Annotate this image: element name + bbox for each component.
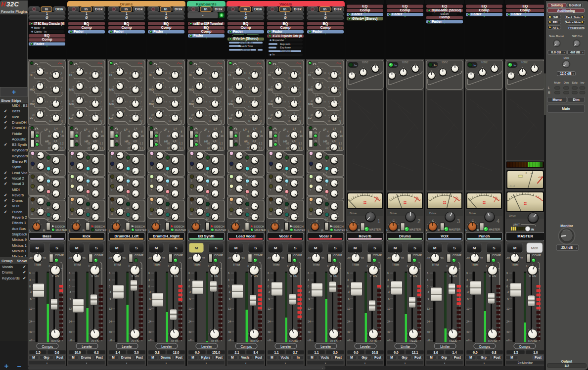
svg-text:-: - [202,13,204,17]
svg-text:C: C [197,220,199,223]
svg-text:4: 4 [127,171,129,174]
svg-text:MASTER: MASTER [175,229,186,231]
svg-text:Drive: Drive [390,212,397,215]
svg-text:IN: IN [315,131,317,134]
svg-text:COMP: COMP [214,254,223,257]
svg-text:M: M [75,246,79,250]
svg-text:R: R [477,229,480,231]
svg-text:MASTER: MASTER [136,229,147,231]
svg-text:0: 0 [49,265,50,268]
svg-text:12: 12 [100,105,103,108]
svg-text:.05: .05 [326,142,329,145]
svg-text:Comp: Comp [520,8,531,12]
svg-text:2.8: 2.8 [315,80,318,83]
svg-text:LP: LP [164,128,167,131]
svg-text:6: 6 [87,184,89,186]
svg-text:0: 0 [69,285,70,288]
svg-text:13: 13 [205,72,207,74]
svg-text:Aux Bus: Aux Bus [12,227,26,231]
svg-text:5: 5 [270,179,271,182]
svg-text:HI: HI [69,74,72,77]
svg-text:Vocal 3: Vocal 3 [12,182,24,186]
svg-text:1: 1 [151,156,152,159]
svg-text:-3: -3 [466,290,469,293]
svg-text:C: C [472,219,474,222]
svg-text:40: 40 [228,330,231,333]
svg-text:2.5: 2.5 [54,139,57,142]
svg-text:-6: -6 [308,297,310,300]
svg-text:LO: LO [69,116,73,119]
svg-text:off: off [228,339,231,342]
svg-text:ATTK: ATTK [132,339,139,342]
svg-text:Keyboard: Keyboard [12,154,28,158]
svg-text:1.8: 1.8 [156,65,159,68]
svg-text:Disk: Disk [254,7,263,11]
svg-text:-20: -20 [227,257,231,260]
svg-text:0: 0 [188,285,190,288]
svg-text:-5.6: -5.6 [53,351,59,354]
svg-text:.05: .05 [207,142,210,145]
svg-text:M: M [115,246,119,250]
svg-text:0: 0 [347,285,349,288]
svg-text:.02: .02 [167,147,170,150]
svg-text:Fader: Fader [153,29,164,34]
svg-text:off: off [148,339,151,342]
svg-text:-3: -3 [387,290,390,293]
svg-text:32C: 32C [6,0,19,8]
svg-text:7: 7 [230,188,232,191]
svg-text:24: 24 [347,320,350,323]
svg-text:6: 6 [127,184,129,186]
svg-text:GAIN: GAIN [410,275,417,278]
svg-text:3: 3 [71,166,73,169]
svg-text:13: 13 [284,72,286,74]
svg-text:3.1: 3.1 [323,100,327,103]
svg-text:IN: IN [274,139,277,142]
svg-text:20: 20 [202,257,205,260]
svg-text:M: M [433,246,437,250]
svg-text:Disk: Disk [215,7,223,11]
svg-text:-0.0: -0.0 [393,351,399,354]
svg-text:Vocls: Vocls [241,356,250,359]
svg-text:.02: .02 [207,147,210,150]
svg-text:12: 12 [100,92,103,94]
svg-text:.28: .28 [76,108,80,111]
svg-text:9: 9 [32,202,33,205]
svg-text:R: R [83,229,85,232]
svg-text:12: 12 [339,77,342,79]
svg-text:12: 12 [285,217,288,220]
svg-text:Disk: Disk [175,7,183,11]
svg-text:3.1: 3.1 [259,147,263,150]
svg-text:12: 12 [328,77,330,79]
svg-text:SiP: SiP [553,15,558,19]
svg-text:10: 10 [166,206,169,209]
svg-text:-12.1: -12.1 [411,351,418,354]
svg-text:12: 12 [46,217,49,220]
svg-text:M: M [191,356,194,359]
svg-text:3: 3 [230,166,232,169]
svg-text:SIDECH: SIDECH [174,225,184,228]
svg-text:1.8: 1.8 [196,65,199,68]
svg-text:5: 5 [310,179,312,182]
svg-text:Reverb Time: Reverb Time [238,45,253,47]
svg-text:1.4: 1.4 [76,94,80,96]
svg-text:1.4: 1.4 [293,127,296,130]
svg-text:1.4: 1.4 [315,94,318,96]
svg-text:M: M [234,246,238,250]
svg-text:-5.8: -5.8 [154,351,160,354]
svg-text:20: 20 [340,135,343,138]
svg-text:12: 12 [339,92,342,94]
svg-text:1.4: 1.4 [156,94,159,96]
svg-text:-3.7: -3.7 [292,351,298,354]
svg-text:Drive: Drive [509,214,516,217]
svg-text:RELS: RELS [449,339,457,342]
svg-text:✓: ✓ [4,210,7,214]
svg-text:COMP: COMP [492,254,501,257]
svg-text:40: 40 [69,330,72,333]
svg-text:M: M [350,356,353,359]
svg-text:2.5: 2.5 [332,139,336,142]
svg-text:1.4: 1.4 [275,94,278,96]
svg-text:12: 12 [169,77,171,79]
svg-text:20: 20 [221,135,224,138]
svg-text:Solo Boost: Solo Boost [549,34,564,38]
svg-text:M: M [469,356,472,359]
